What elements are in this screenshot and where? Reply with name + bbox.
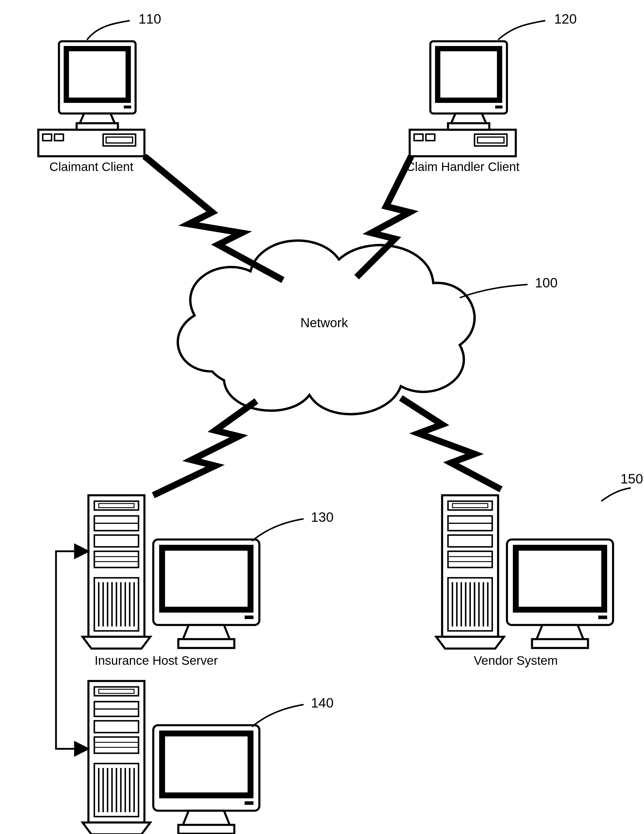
label-claimant-client: Claimant Client <box>50 160 134 174</box>
ref-120: 120 <box>554 11 577 26</box>
node-backoffice-monitor <box>153 725 259 834</box>
leader-130 <box>252 519 303 541</box>
leader-150 <box>601 488 631 501</box>
node-backoffice-tower <box>82 681 150 834</box>
node-insurance-host-server <box>82 495 150 648</box>
node-claim-handler-client <box>410 41 516 156</box>
link-network-to-host <box>153 401 257 495</box>
ref-110: 110 <box>139 11 161 26</box>
leader-140 <box>252 705 303 727</box>
label-vendor: Vendor System <box>474 654 558 668</box>
node-insurance-host-monitor <box>153 540 259 648</box>
link-host-to-backoffice <box>56 551 89 749</box>
label-insurance-host: Insurance Host Server <box>95 654 218 668</box>
ref-100: 100 <box>535 275 558 290</box>
label-claim-handler-client: Claim Handler Client <box>406 160 519 174</box>
leader-110 <box>87 21 130 40</box>
ref-140: 140 <box>311 695 334 711</box>
node-claimant-client <box>38 41 144 156</box>
leader-120 <box>498 21 545 40</box>
link-network-to-vendor <box>401 398 501 490</box>
ref-130: 130 <box>311 509 334 525</box>
diagram-canvas: Claimant Client 110 Claim Handler Client… <box>0 0 644 834</box>
node-vendor-monitor <box>507 540 613 648</box>
label-network: Network <box>300 315 348 330</box>
ref-150: 150 <box>620 471 643 486</box>
leader-100 <box>460 284 528 298</box>
node-vendor-tower <box>436 495 504 648</box>
